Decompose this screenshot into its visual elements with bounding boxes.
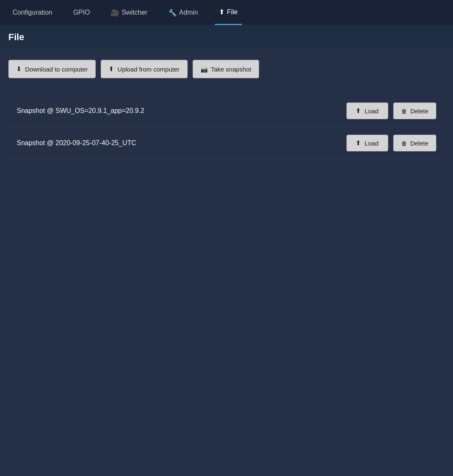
download-to-computer-button[interactable]: Download to computer <box>8 60 96 78</box>
snapshot-name-1: Snapshot @ SWU_OS=20.9.1_app=20.9.2 <box>17 107 346 115</box>
download-button-label: Download to computer <box>25 66 88 73</box>
upload-from-computer-button[interactable]: Upload from computer <box>101 60 187 78</box>
delete-button-1[interactable]: Delete <box>393 102 436 119</box>
load-button-2[interactable]: Load <box>346 135 388 151</box>
wrench-icon: 🔧 <box>168 9 177 17</box>
nav-item-gpio[interactable]: GPIO <box>69 0 94 25</box>
upload-button-label: Upload from computer <box>117 66 179 73</box>
main-content: Download to computer Upload from compute… <box>0 50 453 169</box>
trash-icon-1 <box>401 107 407 115</box>
file-upload-icon: ⬆ <box>219 8 224 16</box>
nav-label-gpio: GPIO <box>73 9 90 16</box>
snapshot-1-actions: Load Delete <box>346 102 436 119</box>
toolbar: Download to computer Upload from compute… <box>8 60 445 78</box>
delete-label-1: Delete <box>410 107 428 115</box>
trash-icon-2 <box>401 140 407 147</box>
snapshot-button-label: Take snapshot <box>211 66 252 73</box>
nav-label-admin: Admin <box>179 9 198 16</box>
delete-label-2: Delete <box>410 140 428 147</box>
nav-label-file: File <box>227 8 238 16</box>
page-title: File <box>8 32 445 43</box>
table-row: Snapshot @ SWU_OS=20.9.1_app=20.9.2 Load… <box>8 95 445 127</box>
nav-label-switcher: Switcher <box>122 9 147 16</box>
snapshot-list: Snapshot @ SWU_OS=20.9.1_app=20.9.2 Load… <box>8 95 445 159</box>
page-header: File <box>0 25 453 50</box>
load-icon-2 <box>356 139 361 147</box>
download-icon <box>16 65 22 73</box>
nav-item-file[interactable]: ⬆ File <box>215 0 242 25</box>
upload-icon <box>109 65 114 73</box>
nav-item-configuration[interactable]: Configuration <box>8 0 56 25</box>
nav-label-configuration: Configuration <box>13 9 52 16</box>
delete-button-2[interactable]: Delete <box>393 135 436 151</box>
snapshot-2-actions: Load Delete <box>346 135 436 151</box>
load-label-1: Load <box>364 107 378 115</box>
nav-item-switcher[interactable]: 🎥 Switcher <box>107 0 151 25</box>
load-icon-1 <box>356 107 361 115</box>
camera-icon <box>201 66 208 73</box>
table-row: Snapshot @ 2020-09-25-07-40-25_UTC Load … <box>8 127 445 159</box>
take-snapshot-button[interactable]: Take snapshot <box>193 60 260 78</box>
snapshot-name-2: Snapshot @ 2020-09-25-07-40-25_UTC <box>17 139 346 147</box>
navbar: Configuration GPIO 🎥 Switcher 🔧 Admin ⬆ … <box>0 0 453 25</box>
load-button-1[interactable]: Load <box>346 102 388 119</box>
video-icon: 🎥 <box>111 9 119 17</box>
nav-item-admin[interactable]: 🔧 Admin <box>164 0 202 25</box>
load-label-2: Load <box>364 140 378 147</box>
